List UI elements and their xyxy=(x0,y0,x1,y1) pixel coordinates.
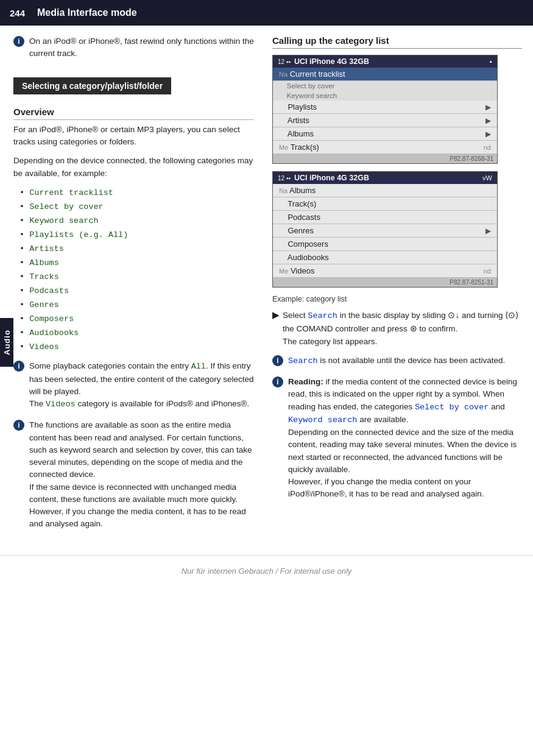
watermark: Nur für internen Gebrauch / For internal… xyxy=(0,555,533,582)
screen-1: 12 ▪▪ UCI iPhone 4G 32GB ▪ Na Current tr… xyxy=(272,55,498,164)
screen1-na-select-cover: Select by cover xyxy=(273,81,497,91)
info-text-5: Reading: if the media content of the con… xyxy=(288,376,522,501)
screen2-device-name: UCI iPhone 4G 32GB xyxy=(294,174,369,182)
screen-2: 12 ▪▪ UCI iPhone 4G 32GB vW Na Albums Tr… xyxy=(272,171,498,288)
signal-icon-2: 12 ▪▪ xyxy=(278,175,291,182)
screen2-row-tracks: Track(s) xyxy=(273,197,497,211)
info-text-4: Search is not available until the device… xyxy=(288,355,522,367)
screen2-header: 12 ▪▪ UCI iPhone 4G 32GB vW xyxy=(273,172,497,184)
screen1-header-right: ▪ xyxy=(490,58,492,65)
screen2-row-videos: Me Videos nd xyxy=(273,264,497,278)
right-heading: Calling up the category list xyxy=(272,35,522,49)
screen1-header: 12 ▪▪ UCI iPhone 4G 32GB ▪ xyxy=(273,55,497,68)
signal-icon-1: 12 ▪▪ xyxy=(278,58,291,65)
cat-tracks: Tracks xyxy=(19,270,254,284)
info-block-5: i Reading: if the media content of the c… xyxy=(272,376,522,501)
page-number: 244 xyxy=(10,8,25,18)
info-text-2: Some playback categories contain the ent… xyxy=(29,360,254,411)
screen1-na-keyword-search: Keyword search xyxy=(273,91,497,101)
screen1-row-artists: Artists ▶ xyxy=(273,114,497,127)
screen2-footer-code: P82.87-8251-31 xyxy=(450,279,493,286)
screen1-row-albums: Albums ▶ xyxy=(273,127,497,141)
info-block-4: i Search is not available until the devi… xyxy=(272,355,522,367)
info-block-2: i Some playback categories contain the e… xyxy=(13,360,254,411)
info-text-1: On an iPod® or iPhone®, fast rewind only… xyxy=(29,35,254,60)
cat-genres: Genres xyxy=(19,299,254,313)
info-text-3: The functions are available as soon as t… xyxy=(29,419,254,530)
screen2-row-composers: Composers xyxy=(273,238,497,251)
category-list: Current tracklist Select by cover Keywor… xyxy=(19,186,254,354)
screen1-row-tracks: Me Track(s) nd xyxy=(273,141,497,154)
screen2-row-albums: Na Albums xyxy=(273,184,497,197)
screen2-header-right: vW xyxy=(482,174,492,182)
cat-keyword-search: Keyword search xyxy=(19,214,254,228)
cat-current-tracklist: Current tracklist xyxy=(19,186,254,200)
info-icon-1: i xyxy=(13,36,24,47)
step-1: ▶ Select Search in the basic display by … xyxy=(272,309,522,348)
info-icon-4: i xyxy=(272,355,283,366)
screen1-row-current-tracklist: Na Current tracklist ⊙ xyxy=(273,68,497,81)
cat-albums: Albums xyxy=(19,256,254,270)
info-block-1: i On an iPod® or iPhone®, fast rewind on… xyxy=(13,35,254,60)
section-banner: Selecting a category/playlist/folder xyxy=(13,77,171,94)
info-icon-3: i xyxy=(13,420,24,431)
step1-text: Select Search in the basic display by sl… xyxy=(283,309,522,348)
step1-arrow: ▶ xyxy=(272,310,279,348)
overview-title: Overview xyxy=(13,107,254,120)
cat-artists: Artists xyxy=(19,242,254,256)
right-column: Calling up the category list 12 ▪▪ UCI i… xyxy=(266,35,522,539)
page-title: Media Interface mode xyxy=(37,7,137,18)
screen1-footer: P82.87-8268-31 xyxy=(273,154,497,163)
overview-para1: For an iPod®, iPhone® or certain MP3 pla… xyxy=(13,124,254,149)
cat-select-by-cover: Select by cover xyxy=(19,200,254,214)
info-icon-2: i xyxy=(13,361,24,372)
left-column: i On an iPod® or iPhone®, fast rewind on… xyxy=(13,35,266,539)
info-block-3: i The functions are available as soon as… xyxy=(13,419,254,530)
screen1-row-playlists: Playlists ▶ xyxy=(273,101,497,114)
cat-podcasts: Podcasts xyxy=(19,284,254,299)
info-icon-5: i xyxy=(272,376,283,387)
screen1-device-name: UCI iPhone 4G 32GB xyxy=(294,57,369,66)
screen2-row-genres: Genres ▶ xyxy=(273,224,497,238)
cat-audiobooks: Audiobooks xyxy=(19,327,254,341)
screen1-footer-code: P82.87-8268-31 xyxy=(450,155,493,162)
screen2-row-audiobooks: Audiobooks xyxy=(273,251,497,264)
cat-composers: Composers xyxy=(19,313,254,327)
screen2-footer: P82.87-8251-31 xyxy=(273,278,497,287)
overview-para2: Depending on the device connected, the f… xyxy=(13,155,254,180)
cat-playlists: Playlists (e.g. All) xyxy=(19,228,254,242)
caption: Example: category list xyxy=(272,295,522,303)
cat-videos: Videos xyxy=(19,341,254,355)
page-header: 244 Media Interface mode xyxy=(0,0,533,26)
screen2-row-podcasts: Podcasts xyxy=(273,211,497,224)
